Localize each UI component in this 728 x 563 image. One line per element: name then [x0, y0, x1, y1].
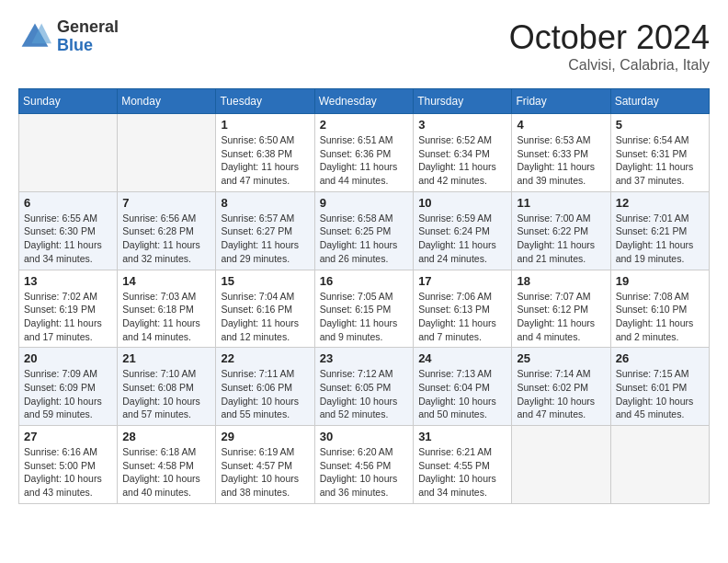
calendar-cell: 24Sunrise: 7:13 AMSunset: 6:04 PMDayligh… — [414, 348, 512, 426]
page-header: General Blue October 2024 Calvisi, Calab… — [18, 18, 710, 74]
day-info: Sunrise: 6:58 AMSunset: 6:25 PMDaylight:… — [320, 212, 408, 266]
calendar-cell: 30Sunrise: 6:20 AMSunset: 4:56 PMDayligh… — [314, 426, 413, 504]
calendar-cell: 29Sunrise: 6:19 AMSunset: 4:57 PMDayligh… — [216, 426, 314, 504]
calendar-cell: 3Sunrise: 6:52 AMSunset: 6:34 PMDaylight… — [414, 114, 512, 192]
day-number: 12 — [616, 196, 704, 210]
calendar-cell: 25Sunrise: 7:14 AMSunset: 6:02 PMDayligh… — [512, 348, 610, 426]
day-info: Sunrise: 6:50 AMSunset: 6:38 PMDaylight:… — [221, 133, 309, 188]
day-number: 30 — [320, 430, 408, 443]
day-number: 1 — [221, 118, 309, 132]
day-header-saturday: Saturday — [610, 89, 709, 114]
day-header-friday: Friday — [512, 89, 610, 114]
day-info: Sunrise: 7:04 AMSunset: 6:16 PMDaylight:… — [221, 290, 309, 344]
week-row: 27Sunrise: 6:16 AMSunset: 5:00 PMDayligh… — [19, 426, 710, 504]
calendar-cell: 8Sunrise: 6:57 AMSunset: 6:27 PMDaylight… — [216, 191, 314, 270]
calendar-cell — [118, 114, 216, 192]
calendar-table: SundayMondayTuesdayWednesdayThursdayFrid… — [18, 88, 710, 504]
day-number: 8 — [221, 196, 309, 210]
logo: General Blue — [18, 18, 119, 55]
day-info: Sunrise: 7:10 AMSunset: 6:08 PMDaylight:… — [122, 367, 210, 421]
day-info: Sunrise: 6:19 AMSunset: 4:57 PMDaylight:… — [221, 445, 309, 500]
day-info: Sunrise: 6:55 AMSunset: 6:30 PMDaylight:… — [24, 212, 112, 266]
calendar-cell: 13Sunrise: 7:02 AMSunset: 6:19 PMDayligh… — [19, 270, 118, 348]
day-number: 19 — [616, 274, 704, 288]
day-info: Sunrise: 7:02 AMSunset: 6:19 PMDaylight:… — [24, 290, 112, 344]
day-number: 14 — [122, 274, 210, 288]
calendar-cell — [610, 426, 709, 504]
day-info: Sunrise: 6:21 AMSunset: 4:55 PMDaylight:… — [418, 445, 506, 500]
day-info: Sunrise: 7:09 AMSunset: 6:09 PMDaylight:… — [24, 367, 112, 421]
logo-icon — [18, 20, 51, 53]
day-info: Sunrise: 7:05 AMSunset: 6:15 PMDaylight:… — [320, 290, 408, 344]
day-header-wednesday: Wednesday — [314, 89, 413, 114]
day-number: 23 — [320, 351, 408, 365]
day-info: Sunrise: 7:07 AMSunset: 6:12 PMDaylight:… — [517, 290, 605, 344]
day-number: 10 — [418, 196, 506, 210]
day-info: Sunrise: 6:54 AMSunset: 6:31 PMDaylight:… — [616, 133, 704, 188]
day-number: 28 — [122, 430, 210, 443]
calendar-cell: 18Sunrise: 7:07 AMSunset: 6:12 PMDayligh… — [512, 270, 610, 348]
day-number: 24 — [418, 351, 506, 365]
day-info: Sunrise: 7:00 AMSunset: 6:22 PMDaylight:… — [517, 212, 605, 266]
day-info: Sunrise: 6:20 AMSunset: 4:56 PMDaylight:… — [320, 445, 408, 500]
day-number: 4 — [517, 118, 605, 132]
day-info: Sunrise: 6:53 AMSunset: 6:33 PMDaylight:… — [517, 133, 605, 188]
week-row: 20Sunrise: 7:09 AMSunset: 6:09 PMDayligh… — [19, 348, 710, 426]
calendar-cell: 15Sunrise: 7:04 AMSunset: 6:16 PMDayligh… — [216, 270, 314, 348]
day-number: 3 — [418, 118, 506, 132]
week-row: 13Sunrise: 7:02 AMSunset: 6:19 PMDayligh… — [19, 270, 710, 348]
day-info: Sunrise: 7:01 AMSunset: 6:21 PMDaylight:… — [616, 212, 704, 266]
day-number: 25 — [517, 351, 605, 365]
calendar-cell: 7Sunrise: 6:56 AMSunset: 6:28 PMDaylight… — [118, 191, 216, 270]
day-info: Sunrise: 7:06 AMSunset: 6:13 PMDaylight:… — [418, 290, 506, 344]
day-info: Sunrise: 7:03 AMSunset: 6:18 PMDaylight:… — [122, 290, 210, 344]
week-row: 1Sunrise: 6:50 AMSunset: 6:38 PMDaylight… — [19, 114, 710, 192]
calendar-cell: 23Sunrise: 7:12 AMSunset: 6:05 PMDayligh… — [314, 348, 413, 426]
day-number: 13 — [24, 274, 112, 288]
day-info: Sunrise: 7:12 AMSunset: 6:05 PMDaylight:… — [320, 367, 408, 421]
calendar-cell: 14Sunrise: 7:03 AMSunset: 6:18 PMDayligh… — [118, 270, 216, 348]
logo-general: General — [57, 18, 119, 37]
day-number: 9 — [320, 196, 408, 210]
day-header-sunday: Sunday — [19, 89, 118, 114]
calendar-cell: 22Sunrise: 7:11 AMSunset: 6:06 PMDayligh… — [216, 348, 314, 426]
day-number: 11 — [517, 196, 605, 210]
calendar-cell: 27Sunrise: 6:16 AMSunset: 5:00 PMDayligh… — [19, 426, 118, 504]
day-number: 2 — [320, 118, 408, 132]
calendar-cell: 6Sunrise: 6:55 AMSunset: 6:30 PMDaylight… — [19, 191, 118, 270]
day-info: Sunrise: 7:11 AMSunset: 6:06 PMDaylight:… — [221, 367, 309, 421]
day-number: 31 — [418, 430, 506, 443]
day-info: Sunrise: 6:57 AMSunset: 6:27 PMDaylight:… — [221, 212, 309, 266]
day-info: Sunrise: 6:56 AMSunset: 6:28 PMDaylight:… — [122, 212, 210, 266]
calendar-cell: 21Sunrise: 7:10 AMSunset: 6:08 PMDayligh… — [118, 348, 216, 426]
day-number: 7 — [122, 196, 210, 210]
logo-blue: Blue — [57, 37, 119, 55]
day-number: 18 — [517, 274, 605, 288]
calendar-cell: 4Sunrise: 6:53 AMSunset: 6:33 PMDaylight… — [512, 114, 610, 192]
day-number: 15 — [221, 274, 309, 288]
day-number: 27 — [24, 430, 112, 443]
day-number: 29 — [221, 430, 309, 443]
day-info: Sunrise: 7:13 AMSunset: 6:04 PMDaylight:… — [418, 367, 506, 421]
calendar-cell: 2Sunrise: 6:51 AMSunset: 6:36 PMDaylight… — [314, 114, 413, 192]
calendar-cell: 1Sunrise: 6:50 AMSunset: 6:38 PMDaylight… — [216, 114, 314, 192]
day-number: 22 — [221, 351, 309, 365]
day-info: Sunrise: 7:15 AMSunset: 6:01 PMDaylight:… — [616, 367, 704, 421]
day-number: 17 — [418, 274, 506, 288]
day-number: 21 — [122, 351, 210, 365]
day-header-tuesday: Tuesday — [216, 89, 314, 114]
day-info: Sunrise: 6:59 AMSunset: 6:24 PMDaylight:… — [418, 212, 506, 266]
week-row: 6Sunrise: 6:55 AMSunset: 6:30 PMDaylight… — [19, 191, 710, 270]
calendar-cell: 9Sunrise: 6:58 AMSunset: 6:25 PMDaylight… — [314, 191, 413, 270]
day-number: 16 — [320, 274, 408, 288]
calendar-cell: 10Sunrise: 6:59 AMSunset: 6:24 PMDayligh… — [414, 191, 512, 270]
calendar-cell: 20Sunrise: 7:09 AMSunset: 6:09 PMDayligh… — [19, 348, 118, 426]
calendar-cell: 19Sunrise: 7:08 AMSunset: 6:10 PMDayligh… — [610, 270, 709, 348]
month-title: October 2024 — [509, 18, 710, 57]
calendar-cell: 16Sunrise: 7:05 AMSunset: 6:15 PMDayligh… — [314, 270, 413, 348]
location-title: Calvisi, Calabria, Italy — [509, 57, 710, 74]
calendar-cell: 5Sunrise: 6:54 AMSunset: 6:31 PMDaylight… — [610, 114, 709, 192]
day-info: Sunrise: 6:52 AMSunset: 6:34 PMDaylight:… — [418, 133, 506, 188]
day-header-monday: Monday — [118, 89, 216, 114]
calendar-cell: 11Sunrise: 7:00 AMSunset: 6:22 PMDayligh… — [512, 191, 610, 270]
